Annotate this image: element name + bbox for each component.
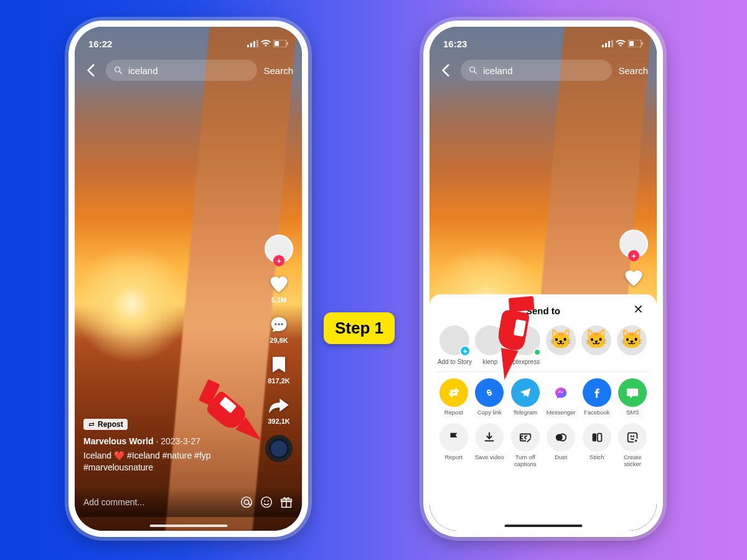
search-button[interactable]: Search xyxy=(618,65,648,76)
duet-icon xyxy=(547,423,575,452)
share-option-flag[interactable]: Report xyxy=(436,423,472,467)
gift-icon[interactable] xyxy=(280,495,293,509)
option-label: Stitch xyxy=(590,454,604,460)
bookmark-icon xyxy=(271,355,287,374)
signal-icon xyxy=(247,40,258,47)
screen-left: 16:22 iceland Search + 5,1M xyxy=(75,27,302,531)
search-text: iceland xyxy=(483,65,513,76)
option-label: Facebook xyxy=(584,409,610,416)
phone-right: 16:23 iceland Search + Send xyxy=(423,21,663,537)
sticker-icon xyxy=(618,423,647,452)
sms-icon xyxy=(618,378,647,407)
search-input[interactable]: iceland xyxy=(461,60,612,81)
save-count: 817,2K xyxy=(268,377,289,385)
contact-cat[interactable] xyxy=(614,325,649,365)
status-icons xyxy=(602,40,643,47)
repost-chip[interactable]: Repost xyxy=(83,419,128,430)
share-option-download[interactable]: Save video xyxy=(472,423,508,467)
like-count: 5,1M xyxy=(271,296,286,304)
svg-point-15 xyxy=(268,500,269,502)
share-option-sticker[interactable]: Create sticker xyxy=(615,423,651,467)
download-icon xyxy=(475,423,504,452)
phone-left: 16:22 iceland Search + 5,1M xyxy=(68,21,308,537)
share-option-messenger[interactable]: Messenger xyxy=(543,378,580,416)
option-label: Repost xyxy=(444,409,463,416)
step-badge: Step 1 xyxy=(324,312,395,344)
comment-bar: Add comment... xyxy=(75,487,302,517)
share-option-stitch[interactable]: Stitch xyxy=(579,423,615,467)
creator-avatar[interactable]: + xyxy=(265,235,293,263)
option-label: Turn off captions xyxy=(507,454,543,467)
status-time: 16:23 xyxy=(443,39,467,49)
svg-point-12 xyxy=(244,500,248,504)
search-input[interactable]: iceland xyxy=(106,60,257,81)
right-rail: + xyxy=(617,230,651,288)
statusbar: 16:23 xyxy=(430,27,657,55)
option-label: Duet xyxy=(555,454,567,460)
search-text: iceland xyxy=(128,65,158,76)
share-options-row-2: ReportSave videoTurn off captionsDuetSti… xyxy=(436,421,651,469)
creator-avatar[interactable]: + xyxy=(619,230,648,258)
search-icon xyxy=(113,65,123,75)
svg-rect-23 xyxy=(611,40,613,47)
date-sep: · xyxy=(154,436,161,446)
share-option-repost[interactable]: Repost xyxy=(436,378,472,416)
follow-plus-icon[interactable]: + xyxy=(273,255,284,266)
cc-off-icon xyxy=(511,423,540,452)
svg-point-36 xyxy=(633,436,635,437)
mention-icon[interactable] xyxy=(240,495,253,509)
comment-icon xyxy=(269,315,289,334)
battery-icon xyxy=(273,40,288,47)
svg-rect-20 xyxy=(602,45,604,47)
svg-point-27 xyxy=(470,67,475,72)
option-label: SMS xyxy=(626,409,639,416)
share-option-duet[interactable]: Duet xyxy=(543,423,580,467)
status-icons xyxy=(247,40,288,47)
option-label: Report xyxy=(444,454,463,460)
save-stack[interactable]: 817,2K xyxy=(268,354,289,385)
wifi-icon xyxy=(261,40,271,47)
close-icon[interactable]: ✕ xyxy=(631,302,646,317)
screen-right: 16:23 iceland Search + Send xyxy=(430,27,657,531)
share-option-facebook[interactable]: Facebook xyxy=(579,378,615,416)
contact-cat[interactable] xyxy=(578,325,614,365)
battery-icon xyxy=(628,40,643,47)
like-stack[interactable]: 5,1M xyxy=(268,273,289,304)
svg-rect-1 xyxy=(250,43,252,47)
svg-rect-25 xyxy=(629,41,634,46)
signal-icon xyxy=(602,40,613,47)
option-label: Create sticker xyxy=(615,454,651,467)
heart-icon xyxy=(268,274,289,293)
comment-stack[interactable]: 29,8K xyxy=(268,314,289,344)
svg-rect-21 xyxy=(605,43,607,47)
share-option-cc-off[interactable]: Turn off captions xyxy=(507,423,543,467)
svg-rect-38 xyxy=(509,296,535,312)
statusbar: 16:22 xyxy=(75,27,302,55)
follow-plus-icon[interactable]: + xyxy=(628,250,639,261)
home-indicator[interactable] xyxy=(504,525,582,527)
facebook-icon xyxy=(583,378,611,407)
wifi-icon xyxy=(616,40,626,47)
heart-icon xyxy=(623,268,644,287)
option-label: Copy link xyxy=(477,409,502,416)
back-icon[interactable] xyxy=(438,62,454,78)
svg-point-13 xyxy=(261,497,272,508)
comment-count: 29,8K xyxy=(270,337,288,344)
home-indicator[interactable] xyxy=(149,525,227,527)
stitch-icon xyxy=(583,423,611,452)
emoji-icon[interactable] xyxy=(260,495,273,509)
svg-rect-0 xyxy=(247,45,249,47)
search-button[interactable]: Search xyxy=(263,65,293,76)
tk-header: iceland Search xyxy=(75,57,302,84)
comment-input[interactable]: Add comment... xyxy=(83,497,233,507)
flag-icon xyxy=(439,423,468,452)
share-option-sms[interactable]: SMS xyxy=(615,378,651,416)
svg-rect-2 xyxy=(253,41,255,47)
back-icon[interactable] xyxy=(83,62,100,78)
svg-rect-3 xyxy=(256,40,258,47)
like-stack[interactable] xyxy=(623,267,644,288)
svg-rect-26 xyxy=(642,42,643,45)
creator-name[interactable]: Marvelous World xyxy=(83,436,154,446)
status-time: 16:22 xyxy=(88,39,112,49)
tk-header: iceland Search xyxy=(430,57,657,84)
